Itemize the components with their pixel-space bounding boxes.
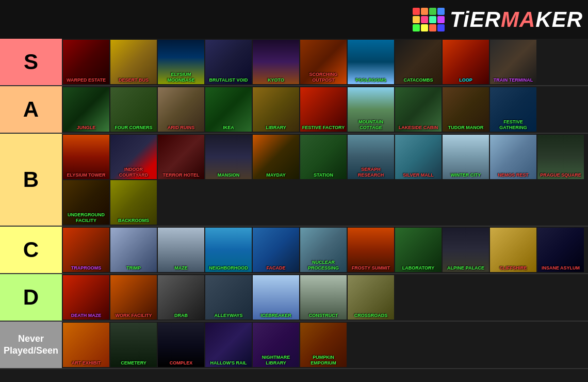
tier-item-festive-factory[interactable]: FESTIVE FACTORY [300,87,347,132]
header: TiERMAKER [0,0,588,39]
tier-item-icebreaker[interactable]: ICEBREAKER [253,275,299,320]
item-label: BACKROOMS [110,218,157,224]
tier-item-terror-hotel[interactable]: TERROR HOTEL [158,135,204,179]
tier-item-nuclear-processing[interactable]: NUCLEAR PROCESSING [300,228,347,272]
tier-item-laboratory[interactable]: LABORATORY [395,228,442,272]
tier-item-scorching-outpost[interactable]: SCORCHING OUTPOST [300,40,347,84]
tier-item-mountain-cottage[interactable]: MOUNTAIN COTTAGE [348,87,394,132]
item-label: ALPINE PALACE [443,265,489,271]
item-label: DRAB [158,313,204,319]
tier-row-a: AJUNGLEFOUR CORNERSARID RUINSIKEALIBRARY… [0,86,588,134]
tier-item-facade[interactable]: FACADE [253,228,299,272]
item-label: MOUNTAIN COTTAGE [348,119,394,131]
tier-items-c: TRAPROOMSTRIMPMAZENEIGHBORHOODFACADENUCL… [62,227,588,273]
item-label: FACADE [253,265,299,271]
tier-item-winter-city[interactable]: WINTER CITY [443,135,489,179]
tier-list: SWARPED ESTATEDESERT BUSELYSIUM MOONBASE… [0,39,588,369]
tier-label-never: Never Played/Seen [0,322,62,368]
tier-item-elysium-moonbase[interactable]: ELYSIUM MOONBASE [158,40,204,84]
item-label: TRAIN TERMINAL [490,77,536,83]
tier-item-arid-ruins[interactable]: ARID RUINS [158,87,204,132]
tier-item-seraph-research[interactable]: SERAPH RESEARCH [348,135,394,179]
tier-items-d: DEATH MAZEWORK FACILITYDRABALLEYWAYSICEB… [62,274,588,321]
item-label: LABORATORY [395,265,442,271]
tier-item-four-corners[interactable]: FOUR CORNERS [110,87,157,132]
tier-item-crossroads[interactable]: CROSSROADS [348,275,394,320]
tier-item-library[interactable]: LIBRARY [253,87,299,132]
item-label: ART EXHIBIT [63,360,109,366]
tier-item-poolrooms[interactable]: POOLROOMS [348,40,394,84]
tier-item-loop[interactable]: LOOP [443,40,489,84]
item-label: NIGHTMARE LIBRARY [253,355,299,366]
tier-row-s: SWARPED ESTATEDESERT BUSELYSIUM MOONBASE… [0,39,588,86]
tier-item-traprooms[interactable]: TRAPROOMS [63,228,109,272]
tier-item-work-facility[interactable]: WORK FACILITY [110,275,157,320]
tier-item-maze[interactable]: MAZE [158,228,204,272]
item-label: LIBRARY [253,125,299,131]
tier-item-trimp[interactable]: TRIMP [110,228,157,272]
tier-item-prague-square[interactable]: PRAGUE SQUARE [537,135,584,179]
tier-item-neighborhood[interactable]: NEIGHBORHOOD [205,228,252,272]
item-label: ARID RUINS [158,125,204,131]
tier-item-death-maze[interactable]: DEATH MAZE [63,275,109,320]
tier-item-mayday[interactable]: MAYDAY [253,135,299,179]
tier-item-train-terminal[interactable]: TRAIN TERMINAL [490,40,536,84]
tier-item-silver-mall[interactable]: SILVER MALL [395,135,442,179]
tier-label-c: C [0,227,62,273]
item-label: JUNGLE [63,125,109,131]
tier-item-insane-asylum[interactable]: INSANE ASYLUM [537,228,584,272]
item-label: WORK FACILITY [110,313,157,319]
tier-item-station[interactable]: STATION [300,135,347,179]
tier-item-backrooms[interactable]: BACKROOMS [110,180,157,225]
tier-item-kyoto[interactable]: KYOTO [253,40,299,84]
item-label: FROSTY SUMMIT [348,265,394,271]
tier-item-brutalist-void[interactable]: BRUTALIST VOID [205,40,252,84]
item-label: NEIGHBORHOOD [205,265,252,271]
item-label: TRIMP [110,265,157,271]
tier-item-drab[interactable]: DRAB [158,275,204,320]
tier-items-never: ART EXHIBITCEMETERYCOMPLEXHALLOW'S RAILN… [62,322,588,368]
tier-item-cliffshire[interactable]: CLIFFSHIRE [490,228,536,272]
tier-item-hallow-s-rail[interactable]: HALLOW'S RAIL [205,323,252,367]
tier-item-pumpkin-emporium[interactable]: PUMPKIN EMPORIUM [300,323,347,367]
item-label: WINTER CITY [443,172,489,178]
item-label: CLIFFSHIRE [490,265,536,271]
tier-item-warped-estate[interactable]: WARPED ESTATE [63,40,109,84]
tier-item-mansion[interactable]: MANSION [205,135,252,179]
item-label: SERAPH RESEARCH [348,167,394,178]
tier-row-b: BELYSIUM TOWERINDOOR COURTYARDTERROR HOT… [0,134,588,227]
tier-item-elysium-tower[interactable]: ELYSIUM TOWER [63,135,109,179]
item-label: MAZE [158,265,204,271]
tier-item-nightmare-library[interactable]: NIGHTMARE LIBRARY [253,323,299,367]
item-label: DEATH MAZE [63,313,109,319]
tier-item-catacombs[interactable]: CATACOMBS [395,40,442,84]
tier-label-s: S [0,39,62,85]
tier-label-d: D [0,274,62,321]
tier-item-festive-gathering[interactable]: FESTIVE GATHERING [490,87,536,132]
tier-item-desert-bus[interactable]: DESERT BUS [110,40,157,84]
item-label: DESERT BUS [110,77,157,83]
tier-item-alleyways[interactable]: ALLEYWAYS [205,275,252,320]
tier-item-tudor-manor[interactable]: TUDOR MANOR [443,87,489,132]
tier-items-a: JUNGLEFOUR CORNERSARID RUINSIKEALIBRARYF… [62,86,588,133]
tier-item-construct[interactable]: CONSTRUCT [300,275,347,320]
item-label: IKEA [205,125,252,131]
tier-item-frosty-summit[interactable]: FROSTY SUMMIT [348,228,394,272]
tier-item-ikea[interactable]: IKEA [205,87,252,132]
tier-item-jungle[interactable]: JUNGLE [63,87,109,132]
item-label: MAYDAY [253,172,299,178]
tier-item-cemetery[interactable]: CEMETERY [110,323,157,367]
tier-item-underground-facility[interactable]: UNDERGROUND FACILITY [63,180,109,225]
tier-item-nemos-rest[interactable]: NEMOS REST [490,135,536,179]
tier-item-lakeside-cabin[interactable]: LAKESIDE CABIN [395,87,442,132]
item-label: CROSSROADS [348,313,394,319]
item-label: SCORCHING OUTPOST [300,72,347,83]
tier-item-alpine-palace[interactable]: ALPINE PALACE [443,228,489,272]
logo-grid-icon [413,8,445,31]
item-label: HALLOW'S RAIL [205,360,252,366]
item-label: TRAPROOMS [63,265,109,271]
tier-item-art-exhibit[interactable]: ART EXHIBIT [63,323,109,367]
tier-item-indoor-courtyard[interactable]: INDOOR COURTYARD [110,135,157,179]
tier-item-complex[interactable]: COMPLEX [158,323,204,367]
item-label: CATACOMBS [395,77,442,83]
